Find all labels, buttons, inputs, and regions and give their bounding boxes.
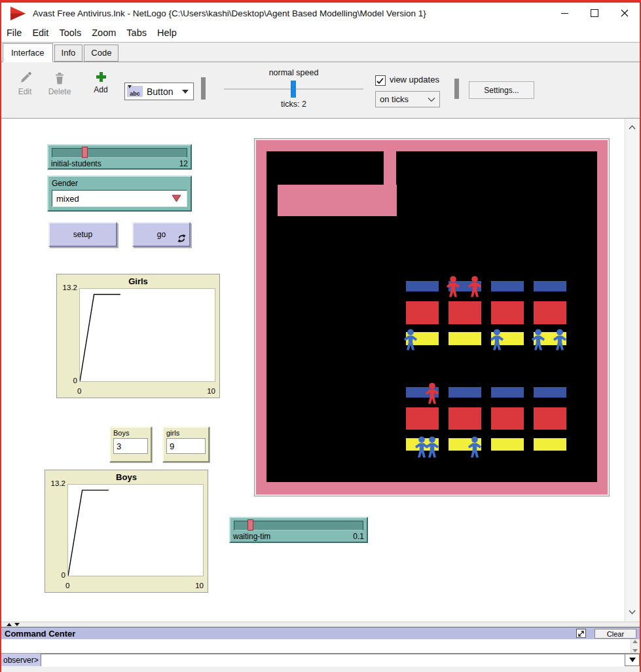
menu-zoom[interactable]: Zoom — [92, 28, 116, 38]
menu-edit[interactable]: Edit — [32, 28, 48, 38]
monitor-value: 3 — [113, 438, 148, 454]
tab-code[interactable]: Code — [84, 45, 119, 62]
minimize-button[interactable] — [549, 3, 579, 24]
splitter-down-icon[interactable] — [14, 623, 20, 626]
window-bottom-edge — [1, 666, 640, 672]
chooser-dropdown[interactable]: mixed — [52, 190, 187, 207]
plus-icon — [96, 71, 107, 83]
command-center-splitter[interactable] — [1, 622, 640, 627]
plot-canvas — [67, 484, 204, 576]
world-wall — [278, 185, 397, 216]
maximize-button[interactable] — [579, 3, 610, 24]
update-mode-value: on ticks — [380, 94, 427, 104]
slider-waiting-time[interactable]: waiting-tim 0.1 — [229, 517, 368, 543]
minimize-icon — [561, 13, 568, 14]
monitor-boys: Boys 3 — [109, 426, 152, 462]
expand-icon[interactable] — [576, 629, 586, 638]
desk-blue — [449, 387, 481, 398]
go-button[interactable]: go — [132, 222, 191, 247]
menu-help[interactable]: Help — [157, 28, 177, 38]
desk-blue — [491, 387, 524, 398]
desk-blue — [491, 281, 524, 291]
agent-person-blue — [530, 329, 547, 351]
chooser-value: mixed — [56, 194, 172, 204]
delete-button[interactable]: Delete — [42, 71, 77, 96]
speed-slider[interactable] — [224, 88, 363, 90]
desk-red — [449, 407, 481, 430]
desk-yellow — [534, 438, 566, 451]
monitor-value: 9 — [166, 438, 206, 454]
x-axis-max-label: 10 — [195, 582, 204, 589]
plot-boys: Boys 13.2 0 0 10 — [45, 470, 208, 593]
avast-logo-icon — [9, 6, 26, 21]
menu-tools[interactable]: Tools — [59, 28, 81, 38]
agent-person-red — [445, 276, 462, 298]
delete-label: Delete — [48, 87, 71, 96]
monitor-label: girls — [164, 428, 208, 437]
trash-icon — [54, 71, 65, 84]
command-input[interactable] — [41, 656, 625, 667]
scroll-up-icon[interactable] — [628, 121, 636, 133]
go-label: go — [157, 230, 166, 239]
combo-arrow-icon — [182, 90, 189, 94]
world-field — [266, 151, 597, 482]
edit-button[interactable]: Edit — [10, 71, 39, 96]
splitter-up-icon[interactable] — [7, 623, 12, 626]
close-button[interactable] — [610, 3, 640, 24]
y-axis-max-label: 13.2 — [57, 284, 77, 291]
command-center-output[interactable] — [1, 639, 640, 654]
tab-row: Interface Info Code — [1, 43, 640, 62]
observer-prompt: observer> — [1, 654, 41, 666]
observer-context-dropdown[interactable] — [625, 654, 640, 666]
output-scroll-up-icon[interactable] — [632, 640, 638, 643]
slider-track — [52, 148, 187, 158]
plot-canvas — [79, 288, 215, 382]
agent-person-red — [466, 276, 483, 298]
scroll-down-icon[interactable] — [628, 606, 636, 618]
chooser-gender[interactable]: Gender mixed — [47, 176, 192, 212]
plot-title: Girls — [57, 276, 219, 286]
settings-button[interactable]: Settings... — [469, 81, 534, 99]
settings-label: Settings... — [484, 86, 519, 95]
desk-red — [406, 407, 439, 430]
slider-handle[interactable] — [247, 519, 253, 531]
slider-track — [234, 521, 363, 531]
setup-button[interactable]: setup — [48, 222, 117, 247]
toolbar-separator — [201, 77, 206, 100]
tab-info[interactable]: Info — [54, 45, 83, 62]
slider-initial-students[interactable]: initial-students 12 — [47, 144, 192, 170]
plot-girls: Girls 13.2 0 0 10 — [56, 274, 220, 398]
output-scroll-down-icon[interactable] — [632, 649, 638, 652]
output-scrollbar[interactable] — [631, 639, 640, 653]
netlogo-window: Avast Free Antivirus.lnk - NetLogo {C:\U… — [0, 0, 641, 672]
add-widget-button[interactable]: Add — [85, 71, 117, 94]
button-widget-icon: abc — [127, 86, 143, 97]
slider-label: waiting-tim — [233, 532, 270, 541]
slider-handle[interactable] — [82, 147, 88, 158]
cursor-icon — [128, 85, 132, 88]
y-axis-min-label: 0 — [57, 377, 77, 384]
widget-type-dropdown[interactable]: abc Button — [124, 83, 194, 100]
maximize-icon — [591, 9, 598, 17]
agent-person-red — [424, 383, 441, 405]
pencil-icon — [18, 71, 31, 84]
widget-type-value: Button — [147, 86, 182, 97]
interface-canvas: initial-students 12 Gender mixed setup g… — [1, 119, 640, 622]
view-updates-checkbox[interactable] — [375, 75, 386, 86]
clear-button[interactable]: Clear — [595, 629, 636, 639]
add-label: Add — [94, 85, 107, 94]
slider-value: 0.1 — [353, 532, 364, 541]
vertical-scrollbar[interactable] — [625, 119, 640, 622]
menu-file[interactable]: File — [7, 28, 22, 38]
title-bar: Avast Free Antivirus.lnk - NetLogo {C:\U… — [1, 3, 640, 24]
update-mode-select[interactable]: on ticks — [375, 91, 440, 107]
tab-interface[interactable]: Interface — [3, 43, 53, 62]
observer-row: observer> — [1, 654, 640, 666]
speed-slider-handle[interactable] — [291, 81, 296, 98]
menu-tabs[interactable]: Tabs — [126, 28, 147, 38]
desk-red — [534, 407, 566, 430]
slider-label: initial-students — [51, 159, 101, 168]
agent-person-blue — [551, 329, 568, 351]
world-view[interactable] — [254, 138, 610, 496]
desk-red — [491, 301, 524, 324]
